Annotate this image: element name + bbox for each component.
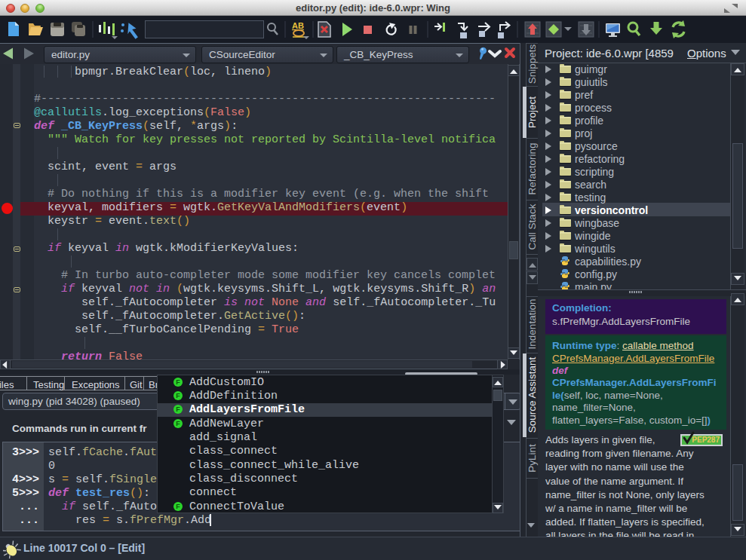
svg-text:AB: AB: [292, 21, 304, 30]
